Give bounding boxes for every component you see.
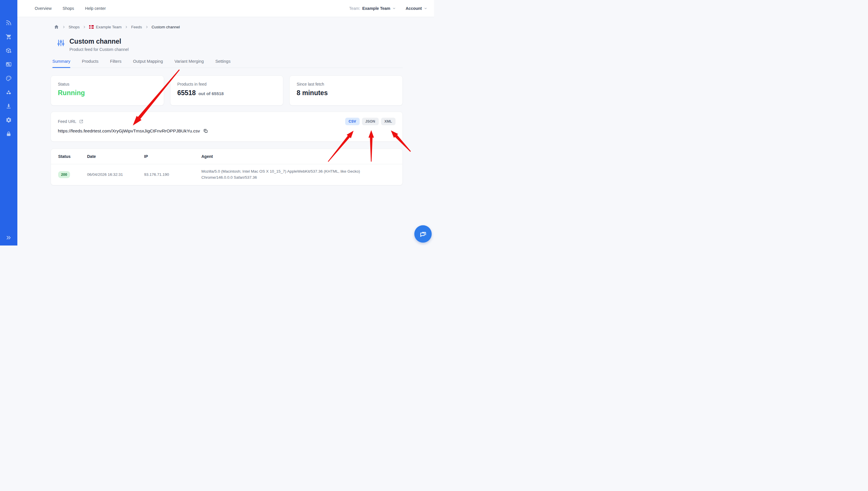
last-fetch-card-label: Since last fetch [297,82,395,86]
account-menu[interactable]: Account [405,6,427,11]
chevron-right-icon [62,25,65,29]
nav-link-overview[interactable]: Overview [35,6,52,11]
last-fetch-card-value: 8 minutes [297,89,328,97]
page-title: Custom channel [69,37,129,46]
breadcrumb-team-label: Example Team [96,25,121,29]
tab-bar: Summary Products Filters Output Mapping … [51,59,403,68]
products-card-label: Products in feed [177,82,276,86]
cell-date: 06/04/2026 16:32:31 [87,172,144,177]
column-header-status: Status [58,154,87,159]
sidebar [0,0,17,246]
page-subtitle: Product feed for Custom channel [69,47,129,52]
palette-icon[interactable] [5,75,12,82]
team-selector-label: Team: [349,6,360,11]
team-selector-value: Example Team [362,6,390,11]
media-icon[interactable] [5,61,12,68]
breadcrumb-team[interactable]: Example Team [89,25,121,29]
chat-bubbles-icon [419,230,427,238]
chat-widget-button[interactable] [414,225,432,242]
team-selector[interactable]: Team: Example Team [349,6,396,11]
rss-icon[interactable] [5,20,12,26]
feed-url-value[interactable]: https://feeds.feedrtest.com/XryGjWipvTms… [58,128,200,134]
breadcrumb-shops[interactable]: Shops [68,25,80,29]
table-row: 200 06/04/2026 16:32:31 93.176.71.190 Mo… [51,164,402,185]
page-header: Custom channel Product feed for Custom c… [51,37,403,52]
nav-right: Team: Example Team Account [349,6,434,11]
status-card-value: Running [58,89,85,97]
copy-icon[interactable] [203,128,208,133]
chevron-right-icon [83,25,86,29]
gear-icon[interactable] [5,117,12,123]
top-navbar: Overview Shops Help center Team: Example… [17,0,434,17]
feed-url-label: Feed URL [58,119,76,124]
shapes-icon[interactable] [5,89,12,95]
xml-button[interactable]: XML [381,118,395,125]
nav-link-shops[interactable]: Shops [62,6,74,11]
status-card-label: Status [58,82,157,86]
sidebar-collapse-button[interactable] [0,234,17,241]
tab-filters[interactable]: Filters [110,59,121,68]
cell-ip: 93.176.71.190 [144,172,201,177]
chevron-right-icon [145,25,148,29]
products-card-suffix: out of 65518 [198,91,224,96]
feed-url-card: Feed URL CSV JSON XML https://feeds.feed… [51,112,403,142]
tab-products[interactable]: Products [82,59,99,68]
status-card: Status Running [51,76,164,106]
denmark-flag-icon [89,25,94,29]
double-chevron-right-icon [5,234,12,241]
sliders-icon [57,39,65,47]
chevron-down-icon [424,7,427,10]
tab-output-mapping[interactable]: Output Mapping [133,59,163,68]
table-header-row: Status Date IP Agent [51,149,402,164]
chevron-right-icon [125,25,128,29]
download-icon[interactable] [5,103,12,109]
products-in-feed-card: Products in feed 65518 out of 65518 [170,76,284,106]
products-card-value: 65518 [177,89,196,97]
tab-settings[interactable]: Settings [215,59,230,68]
sidebar-icon-list [0,20,17,137]
home-icon[interactable] [54,24,59,29]
column-header-agent: Agent [201,154,402,159]
package-plus-icon[interactable] [5,48,12,54]
stat-cards: Status Running Products in feed 65518 ou… [51,76,403,106]
chevron-down-icon [392,7,396,10]
main-content: Shops Example Team Feeds Custom channel … [17,17,434,246]
status-badge: 200 [58,171,70,178]
csv-button[interactable]: CSV [345,118,360,125]
breadcrumb-current: Custom channel [151,25,180,29]
json-button[interactable]: JSON [362,118,379,125]
column-header-date: Date [87,154,144,159]
tab-variant-merging[interactable]: Variant Merging [174,59,204,68]
cell-agent: Mozilla/5.0 (Macintosh; Intel Mac OS X 1… [201,169,402,181]
breadcrumb: Shops Example Team Feeds Custom channel [51,24,403,29]
breadcrumb-feeds[interactable]: Feeds [131,25,142,29]
last-fetch-card: Since last fetch 8 minutes [289,76,403,106]
feed-format-switcher: CSV JSON XML [345,118,395,125]
tab-summary[interactable]: Summary [52,59,70,68]
account-menu-label: Account [405,6,422,11]
nav-links: Overview Shops Help center [35,6,106,11]
external-link-icon[interactable] [79,119,84,124]
fetch-log-table: Status Date IP Agent 200 06/04/2026 16:3… [51,149,403,185]
cart-icon[interactable] [5,33,12,40]
nav-link-help-center[interactable]: Help center [85,6,106,11]
column-header-ip: IP [144,154,201,159]
lock-icon[interactable] [5,131,12,137]
